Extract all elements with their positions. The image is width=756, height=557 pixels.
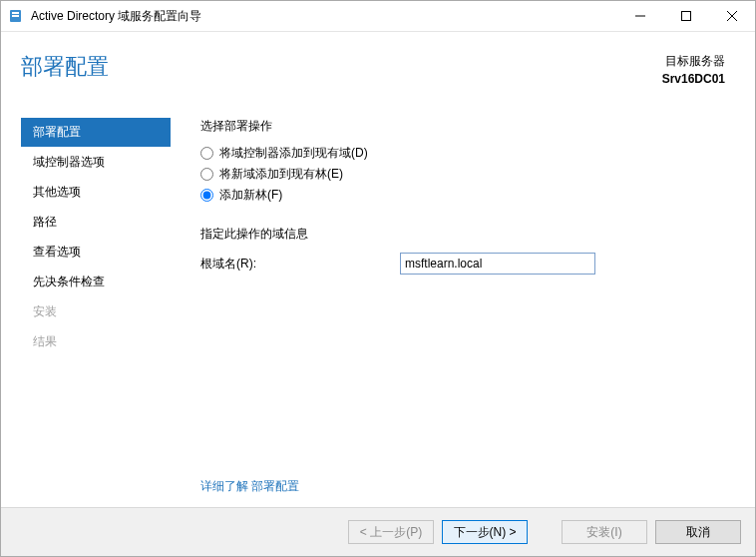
deployment-radio-0[interactable]: 将域控制器添加到现有域(D) <box>200 145 715 162</box>
deployment-radio-label-1: 将新域添加到现有林(E) <box>219 166 343 183</box>
wizard-header: 部署配置 目标服务器 Srv16DC01 <box>1 32 755 98</box>
sidebar-item-5[interactable]: 先决条件检查 <box>21 268 171 296</box>
sidebar-item-3[interactable]: 路径 <box>21 208 171 237</box>
next-button[interactable]: 下一步(N) > <box>442 520 528 544</box>
minimize-button[interactable] <box>617 1 663 31</box>
sidebar-item-4[interactable]: 查看选项 <box>21 238 171 267</box>
deployment-radio-input-1[interactable] <box>200 168 213 181</box>
sidebar-item-1[interactable]: 域控制器选项 <box>21 148 171 177</box>
deployment-radio-group: 将域控制器添加到现有域(D)将新域添加到现有林(E)添加新林(F) <box>200 145 715 204</box>
cancel-button[interactable]: 取消 <box>655 520 741 544</box>
learn-more-link[interactable]: 详细了解 部署配置 <box>200 478 299 495</box>
wizard-content: 选择部署操作 将域控制器添加到现有域(D)将新域添加到现有林(E)添加新林(F)… <box>171 98 755 507</box>
deployment-radio-2[interactable]: 添加新林(F) <box>200 187 715 204</box>
install-button[interactable]: 安装(I) <box>562 520 647 544</box>
window-title: Active Directory 域服务配置向导 <box>31 8 201 25</box>
page-title: 部署配置 <box>21 52 662 82</box>
wizard-footer: < 上一步(P) 下一步(N) > 安装(I) 取消 <box>1 507 755 556</box>
svg-line-5 <box>727 11 737 21</box>
deployment-radio-input-2[interactable] <box>200 189 213 202</box>
sidebar-item-6: 安装 <box>21 297 171 326</box>
deployment-radio-1[interactable]: 将新域添加到现有林(E) <box>200 166 715 183</box>
target-server-value: Srv16DC01 <box>662 70 725 88</box>
domain-info-label: 指定此操作的域信息 <box>200 226 715 243</box>
deployment-radio-label-0: 将域控制器添加到现有域(D) <box>219 145 368 162</box>
wizard-body: 部署配置域控制器选项其他选项路径查看选项先决条件检查安装结果 选择部署操作 将域… <box>1 98 755 507</box>
svg-rect-1 <box>12 12 19 14</box>
sidebar-item-7: 结果 <box>21 327 171 356</box>
app-icon <box>9 8 25 24</box>
minimize-icon <box>635 11 645 21</box>
maximize-button[interactable] <box>663 1 709 31</box>
sidebar-item-0[interactable]: 部署配置 <box>21 118 171 147</box>
sidebar-item-2[interactable]: 其他选项 <box>21 178 171 207</box>
titlebar: Active Directory 域服务配置向导 <box>1 1 755 32</box>
svg-line-6 <box>727 11 737 21</box>
close-icon <box>727 11 737 21</box>
root-domain-row: 根域名(R): <box>200 253 715 275</box>
deployment-radio-input-0[interactable] <box>200 147 213 160</box>
svg-rect-2 <box>12 15 19 17</box>
wizard-window: Active Directory 域服务配置向导 部署配置 目标服务器 Srv1… <box>0 0 756 557</box>
svg-rect-4 <box>682 12 691 21</box>
root-domain-input[interactable] <box>400 253 595 275</box>
close-button[interactable] <box>709 1 755 31</box>
previous-button[interactable]: < 上一步(P) <box>348 520 434 544</box>
target-server-label: 目标服务器 <box>662 52 725 70</box>
maximize-icon <box>681 11 691 21</box>
root-domain-label: 根域名(R): <box>200 256 400 273</box>
select-operation-label: 选择部署操作 <box>200 118 715 135</box>
wizard-sidebar: 部署配置域控制器选项其他选项路径查看选项先决条件检查安装结果 <box>1 98 171 507</box>
deployment-radio-label-2: 添加新林(F) <box>219 187 282 204</box>
target-server-block: 目标服务器 Srv16DC01 <box>662 52 725 88</box>
